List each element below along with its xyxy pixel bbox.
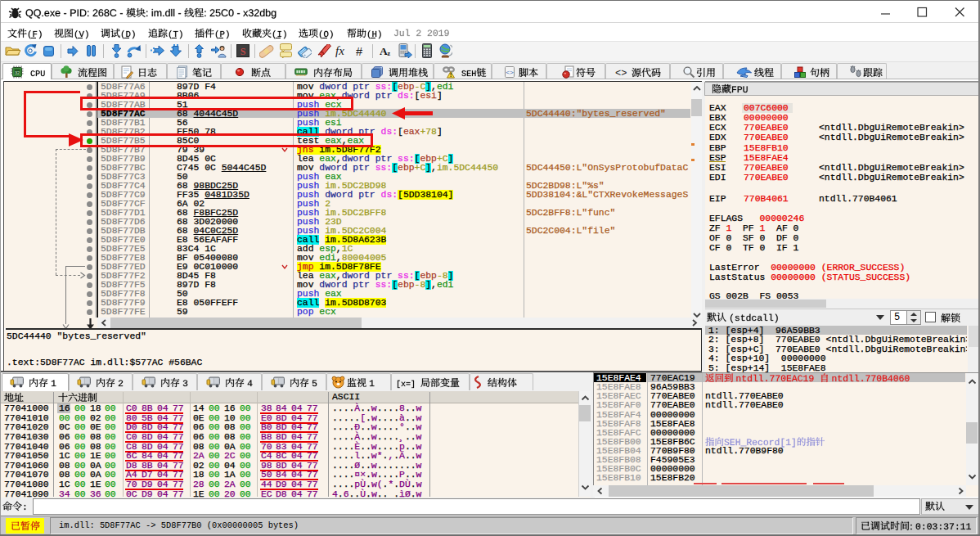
svg-text:<>: <> — [506, 69, 514, 76]
svg-text:<>: <> — [615, 68, 627, 79]
svg-text:#: # — [356, 45, 362, 58]
svg-text:S: S — [241, 46, 246, 57]
svg-text:32: 32 — [15, 70, 20, 75]
svg-text:z: z — [388, 50, 391, 57]
svg-text:fx: fx — [335, 44, 344, 57]
svg-text:A: A — [380, 45, 388, 57]
svg-text:!: ! — [450, 72, 452, 78]
